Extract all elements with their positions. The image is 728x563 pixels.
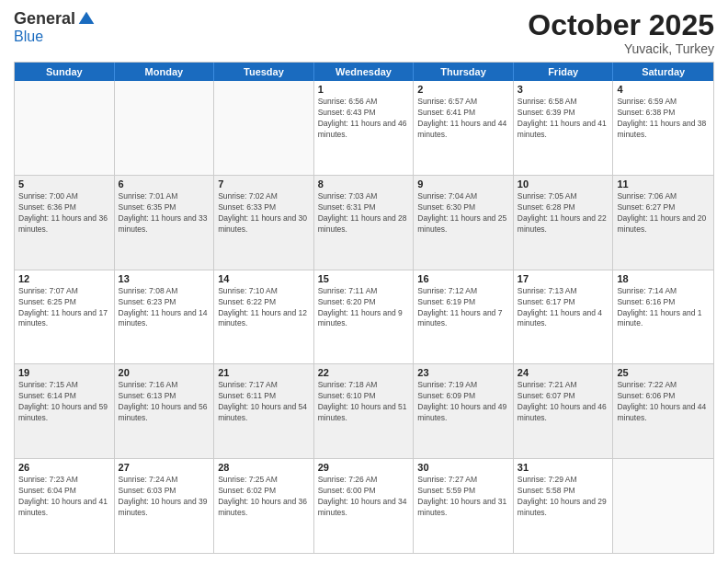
day-cell-26: 26Sunrise: 7:23 AMSunset: 6:04 PMDayligh… xyxy=(15,459,115,553)
day-cell-2: 2Sunrise: 6:57 AMSunset: 6:41 PMDaylight… xyxy=(414,81,514,175)
day-cell-9: 9Sunrise: 7:04 AMSunset: 6:30 PMDaylight… xyxy=(414,176,514,270)
day-cell-17: 17Sunrise: 7:13 AMSunset: 6:17 PMDayligh… xyxy=(514,270,614,364)
day-info: Sunrise: 7:25 AMSunset: 6:02 PMDaylight:… xyxy=(218,475,310,519)
day-number: 31 xyxy=(518,462,609,473)
calendar: SundayMondayTuesdayWednesdayThursdayFrid… xyxy=(14,62,714,554)
day-number: 7 xyxy=(218,178,310,190)
day-info: Sunrise: 7:27 AMSunset: 5:59 PMDaylight:… xyxy=(417,475,509,519)
day-cell-11: 11Sunrise: 7:06 AMSunset: 6:27 PMDayligh… xyxy=(613,176,713,270)
day-cell-3: 3Sunrise: 6:58 AMSunset: 6:39 PMDaylight… xyxy=(514,81,614,175)
day-info: Sunrise: 7:23 AMSunset: 6:04 PMDaylight:… xyxy=(18,475,110,519)
weekday-header-monday: Monday xyxy=(115,63,215,81)
logo-icon xyxy=(77,10,96,29)
calendar-row-4: 19Sunrise: 7:15 AMSunset: 6:14 PMDayligh… xyxy=(15,363,713,458)
day-cell-10: 10Sunrise: 7:05 AMSunset: 6:28 PMDayligh… xyxy=(514,176,614,270)
empty-cell xyxy=(15,81,115,175)
day-cell-14: 14Sunrise: 7:10 AMSunset: 6:22 PMDayligh… xyxy=(214,270,314,364)
day-cell-16: 16Sunrise: 7:12 AMSunset: 6:19 PMDayligh… xyxy=(414,270,514,364)
day-info: Sunrise: 7:01 AMSunset: 6:35 PMDaylight:… xyxy=(119,191,210,236)
day-number: 12 xyxy=(18,273,110,284)
day-number: 29 xyxy=(318,462,410,473)
day-cell-13: 13Sunrise: 7:08 AMSunset: 6:23 PMDayligh… xyxy=(115,270,215,364)
day-cell-4: 4Sunrise: 6:59 AMSunset: 6:38 PMDaylight… xyxy=(613,81,713,175)
day-cell-30: 30Sunrise: 7:27 AMSunset: 5:59 PMDayligh… xyxy=(414,459,514,553)
day-cell-1: 1Sunrise: 6:56 AMSunset: 6:43 PMDaylight… xyxy=(314,81,415,175)
day-number: 25 xyxy=(617,367,710,378)
calendar-row-5: 26Sunrise: 7:23 AMSunset: 6:04 PMDayligh… xyxy=(15,458,713,553)
header: General Blue October 2025 Yuvacik, Turke… xyxy=(14,9,714,56)
day-cell-27: 27Sunrise: 7:24 AMSunset: 6:03 PMDayligh… xyxy=(115,459,215,553)
logo: General Blue xyxy=(14,9,96,45)
day-cell-31: 31Sunrise: 7:29 AMSunset: 5:58 PMDayligh… xyxy=(514,459,614,553)
day-number: 13 xyxy=(119,273,210,284)
day-number: 3 xyxy=(518,84,609,95)
day-cell-28: 28Sunrise: 7:25 AMSunset: 6:02 PMDayligh… xyxy=(214,459,314,553)
day-info: Sunrise: 7:26 AMSunset: 6:00 PMDaylight:… xyxy=(318,475,410,519)
day-info: Sunrise: 7:19 AMSunset: 6:09 PMDaylight:… xyxy=(417,380,509,424)
day-number: 18 xyxy=(617,273,710,284)
day-cell-18: 18Sunrise: 7:14 AMSunset: 6:16 PMDayligh… xyxy=(613,270,713,364)
day-info: Sunrise: 6:58 AMSunset: 6:39 PMDaylight:… xyxy=(518,97,609,141)
day-info: Sunrise: 6:59 AMSunset: 6:38 PMDaylight:… xyxy=(617,97,710,141)
day-info: Sunrise: 7:05 AMSunset: 6:28 PMDaylight:… xyxy=(518,191,609,236)
day-number: 1 xyxy=(318,84,410,95)
day-info: Sunrise: 7:15 AMSunset: 6:14 PMDaylight:… xyxy=(18,380,110,424)
day-cell-8: 8Sunrise: 7:03 AMSunset: 6:31 PMDaylight… xyxy=(314,176,415,270)
day-info: Sunrise: 7:17 AMSunset: 6:11 PMDaylight:… xyxy=(218,380,310,424)
day-info: Sunrise: 7:00 AMSunset: 6:36 PMDaylight:… xyxy=(18,191,110,236)
day-info: Sunrise: 7:14 AMSunset: 6:16 PMDaylight:… xyxy=(617,286,710,330)
day-cell-12: 12Sunrise: 7:07 AMSunset: 6:25 PMDayligh… xyxy=(15,270,115,364)
empty-cell xyxy=(115,81,215,175)
svg-marker-0 xyxy=(79,11,95,23)
day-info: Sunrise: 7:16 AMSunset: 6:13 PMDaylight:… xyxy=(119,380,210,424)
day-info: Sunrise: 7:07 AMSunset: 6:25 PMDaylight:… xyxy=(18,286,110,330)
day-number: 9 xyxy=(417,178,509,190)
day-number: 4 xyxy=(617,84,710,95)
day-info: Sunrise: 7:18 AMSunset: 6:10 PMDaylight:… xyxy=(318,380,410,424)
day-number: 24 xyxy=(518,367,609,378)
empty-cell xyxy=(613,459,713,553)
day-info: Sunrise: 7:22 AMSunset: 6:06 PMDaylight:… xyxy=(617,380,710,424)
day-number: 8 xyxy=(318,178,410,190)
calendar-row-3: 12Sunrise: 7:07 AMSunset: 6:25 PMDayligh… xyxy=(15,270,713,364)
calendar-body: 1Sunrise: 6:56 AMSunset: 6:43 PMDaylight… xyxy=(15,81,713,553)
weekday-header-sunday: Sunday xyxy=(15,63,115,81)
day-cell-22: 22Sunrise: 7:18 AMSunset: 6:10 PMDayligh… xyxy=(314,364,415,458)
day-cell-5: 5Sunrise: 7:00 AMSunset: 6:36 PMDaylight… xyxy=(15,176,115,270)
day-info: Sunrise: 7:06 AMSunset: 6:27 PMDaylight:… xyxy=(617,191,710,236)
day-cell-6: 6Sunrise: 7:01 AMSunset: 6:35 PMDaylight… xyxy=(115,176,215,270)
day-number: 22 xyxy=(318,367,410,378)
day-cell-23: 23Sunrise: 7:19 AMSunset: 6:09 PMDayligh… xyxy=(414,364,514,458)
day-info: Sunrise: 7:04 AMSunset: 6:30 PMDaylight:… xyxy=(417,191,509,236)
day-number: 6 xyxy=(119,178,210,190)
day-cell-24: 24Sunrise: 7:21 AMSunset: 6:07 PMDayligh… xyxy=(514,364,614,458)
logo-general-text: General xyxy=(14,9,75,29)
calendar-header: SundayMondayTuesdayWednesdayThursdayFrid… xyxy=(15,63,713,81)
calendar-row-2: 5Sunrise: 7:00 AMSunset: 6:36 PMDaylight… xyxy=(15,175,713,270)
day-info: Sunrise: 7:11 AMSunset: 6:20 PMDaylight:… xyxy=(318,286,410,330)
day-number: 14 xyxy=(218,273,310,284)
day-number: 19 xyxy=(18,367,110,378)
page: General Blue October 2025 Yuvacik, Turke… xyxy=(0,0,728,563)
empty-cell xyxy=(214,81,314,175)
day-info: Sunrise: 7:24 AMSunset: 6:03 PMDaylight:… xyxy=(119,475,210,519)
day-number: 15 xyxy=(318,273,410,284)
day-number: 2 xyxy=(417,84,509,95)
day-cell-29: 29Sunrise: 7:26 AMSunset: 6:00 PMDayligh… xyxy=(314,459,415,553)
day-cell-19: 19Sunrise: 7:15 AMSunset: 6:14 PMDayligh… xyxy=(15,364,115,458)
logo-blue-text: Blue xyxy=(14,29,43,45)
day-info: Sunrise: 7:02 AMSunset: 6:33 PMDaylight:… xyxy=(218,191,310,236)
day-info: Sunrise: 7:21 AMSunset: 6:07 PMDaylight:… xyxy=(518,380,609,424)
day-info: Sunrise: 7:10 AMSunset: 6:22 PMDaylight:… xyxy=(218,286,310,330)
day-cell-25: 25Sunrise: 7:22 AMSunset: 6:06 PMDayligh… xyxy=(613,364,713,458)
day-number: 5 xyxy=(18,178,110,190)
location: Yuvacik, Turkey xyxy=(528,41,714,56)
day-number: 26 xyxy=(18,462,110,473)
day-info: Sunrise: 7:13 AMSunset: 6:17 PMDaylight:… xyxy=(518,286,609,330)
day-number: 27 xyxy=(119,462,210,473)
day-info: Sunrise: 6:56 AMSunset: 6:43 PMDaylight:… xyxy=(318,97,410,141)
day-number: 11 xyxy=(617,178,710,190)
day-number: 23 xyxy=(417,367,509,378)
day-number: 28 xyxy=(218,462,310,473)
weekday-header-friday: Friday xyxy=(514,63,614,81)
